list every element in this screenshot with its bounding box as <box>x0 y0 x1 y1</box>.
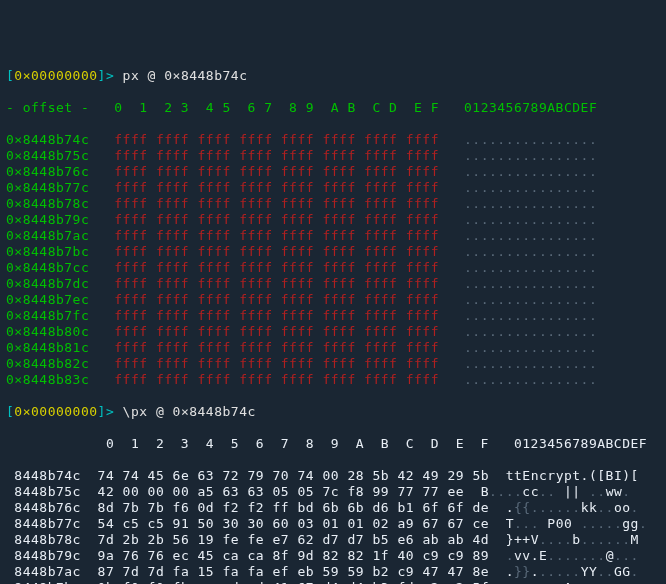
prompt-line-1[interactable]: [0×00000000]> px @ 0×8448b74c <box>6 68 660 84</box>
row-addr: 0×8448b7cc <box>6 260 89 275</box>
hex-row: 0×8448b79c ffff ffff ffff ffff ffff ffff… <box>6 212 660 228</box>
row-ascii: ................ <box>439 244 597 259</box>
row-hex: ffff ffff ffff ffff ffff ffff ffff ffff <box>89 260 439 275</box>
row-hex: 87 7d 7d fa 15 fa fa ef eb 59 59 b2 c9 4… <box>81 564 489 579</box>
row-ascii: ttEncrypt.([BI)[ <box>489 468 639 483</box>
row-addr: 0×8448b7fc <box>6 308 89 323</box>
row-ascii: }++V....b......M <box>489 532 639 547</box>
row-hex: 74 74 45 6e 63 72 79 70 74 00 28 5b 42 4… <box>81 468 489 483</box>
row-hex: 8d 7b 7b f6 0d f2 f2 ff bd 6b 6b d6 b1 6… <box>81 500 489 515</box>
row-hex: ffff ffff ffff ffff ffff ffff ffff ffff <box>89 292 439 307</box>
hex-row: 0×8448b77c ffff ffff ffff ffff ffff ffff… <box>6 180 660 196</box>
row-addr: 0×8448b80c <box>6 324 89 339</box>
hex-row: 8448b79c 9a 76 76 ec 45 ca ca 8f 9d 82 8… <box>6 548 660 564</box>
row-addr: 0×8448b7ac <box>6 228 89 243</box>
row-addr: 0×8448b78c <box>6 196 89 211</box>
hex-row: 8448b7ac 87 7d 7d fa 15 fa fa ef eb 59 5… <box>6 564 660 580</box>
row-hex: ffff ffff ffff ffff ffff ffff ffff ffff <box>89 148 439 163</box>
row-addr: 0×8448b79c <box>6 212 89 227</box>
hex-row: 0×8448b83c ffff ffff ffff ffff ffff ffff… <box>6 372 660 388</box>
row-ascii: .vv.E.......@... <box>489 548 639 563</box>
hex-row: 8448b7bc 0b f0 f0 fb ec ad ad 41 67 d4 d… <box>6 580 660 584</box>
hex-row: 0×8448b76c ffff ffff ffff ffff ffff ffff… <box>6 164 660 180</box>
hex-row: 0×8448b7dc ffff ffff ffff ffff ffff ffff… <box>6 276 660 292</box>
header-row-1: - offset - 0 1 2 3 4 5 6 7 8 9 A B C D E… <box>6 100 660 116</box>
row-addr: 0×8448b75c <box>6 148 89 163</box>
row-addr: 0×8448b7ec <box>6 292 89 307</box>
row-hex: 9a 76 76 ec 45 ca ca 8f 9d 82 82 1f 40 c… <box>81 548 489 563</box>
row-addr: 0×8448b7dc <box>6 276 89 291</box>
hex-row: 8448b77c 54 c5 c5 91 50 30 30 60 03 01 0… <box>6 516 660 532</box>
hex-row: 0×8448b78c ffff ffff ffff ffff ffff ffff… <box>6 196 660 212</box>
hex-row: 8448b75c 42 00 00 00 a5 63 63 05 05 7c f… <box>6 484 660 500</box>
command-text: \px @ 0×8448b74c <box>123 404 256 419</box>
row-ascii: ................ <box>439 148 597 163</box>
row-ascii: ................ <box>439 180 597 195</box>
row-ascii: ................ <box>439 196 597 211</box>
row-addr: 8448b78c <box>6 532 81 547</box>
hex-row: 8448b74c 74 74 45 6e 63 72 79 70 74 00 2… <box>6 468 660 484</box>
row-hex: ffff ffff ffff ffff ffff ffff ffff ffff <box>89 180 439 195</box>
row-hex: ffff ffff ffff ffff ffff ffff ffff ffff <box>89 228 439 243</box>
bracket-close: ]> <box>98 68 123 83</box>
row-ascii: ................ <box>439 212 597 227</box>
row-hex: ffff ffff ffff ffff ffff ffff ffff ffff <box>89 164 439 179</box>
row-ascii: ................ <box>439 292 597 307</box>
command-text: px @ 0×8448b74c <box>123 68 248 83</box>
row-addr: 0×8448b82c <box>6 356 89 371</box>
hex-row: 0×8448b81c ffff ffff ffff ffff ffff ffff… <box>6 340 660 356</box>
row-hex: 7d 2b 2b 56 19 fe fe e7 62 d7 d7 b5 e6 a… <box>81 532 489 547</box>
row-ascii: ................ <box>439 324 597 339</box>
hexdump-root: { "prompt1": {"open":"[","hex":"0×000000… <box>0 0 666 584</box>
row-hex: 0b f0 f0 fb ec ad ad 41 67 d4 d4 b3 fd a… <box>81 580 489 584</box>
row-hex: ffff ffff ffff ffff ffff ffff ffff ffff <box>89 356 439 371</box>
hex-row: 0×8448b82c ffff ffff ffff ffff ffff ffff… <box>6 356 660 372</box>
row-hex: ffff ffff ffff ffff ffff ffff ffff ffff <box>89 372 439 387</box>
row-addr: 0×8448b77c <box>6 180 89 195</box>
prompt-hex: 0×00000000 <box>14 68 97 83</box>
row-ascii: ................ <box>439 340 597 355</box>
row-addr: 8448b74c <box>6 468 81 483</box>
row-ascii: .......Ag....... <box>489 580 639 584</box>
hex-row: 8448b76c 8d 7b 7b f6 0d f2 f2 ff bd 6b 6… <box>6 500 660 516</box>
row-ascii: T... P00 .....gg. <box>489 516 647 531</box>
row-hex: ffff ffff ffff ffff ffff ffff ffff ffff <box>89 324 439 339</box>
row-addr: 0×8448b7bc <box>6 244 89 259</box>
hex-row: 0×8448b7ac ffff ffff ffff ffff ffff ffff… <box>6 228 660 244</box>
row-addr: 8448b77c <box>6 516 81 531</box>
hex-row: 0×8448b74c ffff ffff ffff ffff ffff ffff… <box>6 132 660 148</box>
row-ascii: ................ <box>439 228 597 243</box>
row-hex: ffff ffff ffff ffff ffff ffff ffff ffff <box>89 212 439 227</box>
row-addr: 8448b75c <box>6 484 81 499</box>
header-row-2: 0 1 2 3 4 5 6 7 8 9 A B C D E F 01234567… <box>6 436 660 452</box>
row-ascii: B....cc.. || ..ww. <box>464 484 631 499</box>
hex-row: 0×8448b7ec ffff ffff ffff ffff ffff ffff… <box>6 292 660 308</box>
row-ascii: .}}......YY..GG. <box>489 564 639 579</box>
row-hex: ffff ffff ffff ffff ffff ffff ffff ffff <box>89 308 439 323</box>
row-ascii: ................ <box>439 276 597 291</box>
row-addr: 0×8448b81c <box>6 340 89 355</box>
row-ascii: .{{......kk..oo. <box>489 500 639 515</box>
row-addr: 8448b7ac <box>6 564 81 579</box>
hex-row: 0×8448b80c ffff ffff ffff ffff ffff ffff… <box>6 324 660 340</box>
row-ascii: ................ <box>439 372 597 387</box>
prompt-hex: 0×00000000 <box>14 404 97 419</box>
row-addr: 0×8448b76c <box>6 164 89 179</box>
row-hex: ffff ffff ffff ffff ffff ffff ffff ffff <box>89 244 439 259</box>
bracket-close: ]> <box>98 404 123 419</box>
hex-row: 0×8448b7bc ffff ffff ffff ffff ffff ffff… <box>6 244 660 260</box>
hex-row: 0×8448b75c ffff ffff ffff ffff ffff ffff… <box>6 148 660 164</box>
prompt-line-2[interactable]: [0×00000000]> \px @ 0×8448b74c <box>6 404 660 420</box>
hex-row: 0×8448b7cc ffff ffff ffff ffff ffff ffff… <box>6 260 660 276</box>
row-ascii: ................ <box>439 164 597 179</box>
row-hex: ffff ffff ffff ffff ffff ffff ffff ffff <box>89 340 439 355</box>
row-ascii: ................ <box>439 132 597 147</box>
row-hex: ffff ffff ffff ffff ffff ffff ffff ffff <box>89 196 439 211</box>
row-hex: ffff ffff ffff ffff ffff ffff ffff ffff <box>89 132 439 147</box>
row-addr: 0×8448b83c <box>6 372 89 387</box>
row-ascii: ................ <box>439 356 597 371</box>
row-hex: 42 00 00 00 a5 63 63 05 05 7c f8 99 77 7… <box>81 484 464 499</box>
row-ascii: ................ <box>439 260 597 275</box>
row-hex: ffff ffff ffff ffff ffff ffff ffff ffff <box>89 276 439 291</box>
row-addr: 0×8448b74c <box>6 132 89 147</box>
